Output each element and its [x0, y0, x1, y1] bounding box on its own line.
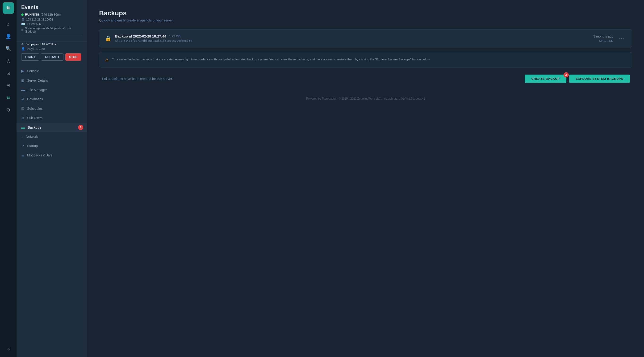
sidebar-header: Events RUNNING (54d 12h 30m) 🖥 168.119.2…	[16, 0, 87, 42]
backup-count-text: 1 of 3 backups have been created for thi…	[102, 77, 173, 81]
console-icon: ▶	[21, 69, 24, 73]
backup-name: Backup at 2022-02-28 18:27:44	[115, 34, 166, 38]
backup-info: Backup at 2022-02-28 18:27:44 1.22 GB sh…	[115, 34, 590, 42]
status-uptime: (54d 12h 30m)	[41, 13, 61, 16]
server-ip: 168.119.28.38:25654	[26, 18, 53, 21]
sidebar-item-server-details[interactable]: ⊞ Server Details	[16, 76, 87, 85]
nav-icon-feed[interactable]: ≋	[2, 92, 14, 103]
jar-info: ⚙ Jar: paper-1.18.2-268.jar	[16, 43, 87, 47]
databases-label: Databases	[27, 97, 43, 101]
schedules-icon: ⊡	[21, 106, 24, 111]
nav-icon-camera[interactable]: ⊡	[2, 68, 14, 79]
info-icon: ⚠	[105, 57, 109, 62]
info-box: ⚠ Your server includes backups that are …	[99, 52, 632, 68]
server-node: Node: eu-ger-mc-bu52.ploxhost.com (Budge…	[25, 27, 82, 33]
nav-icon-support[interactable]: ◎	[2, 55, 14, 66]
create-backup-button[interactable]: CREATE BACKUP 2	[525, 74, 566, 83]
sub-users-label: Sub Users	[27, 116, 42, 120]
sidebar-navigation: ▶ Console ⊞ Server Details ▬ File Manage…	[16, 64, 87, 357]
sidebar: Events RUNNING (54d 12h 30m) 🖥 168.119.2…	[16, 0, 87, 357]
status-label: RUNNING	[25, 13, 40, 16]
lock-icon: 🔒	[105, 36, 111, 42]
create-backup-badge: 2	[564, 72, 569, 78]
logo-symbol: ≋	[6, 5, 10, 11]
action-buttons: CREATE BACKUP 2 EXPLORE SYSTEM BACKUPS	[525, 74, 630, 83]
id-icon: 🪪	[21, 22, 25, 26]
footer: Powered by Pterodactyl - © 2015 - 2022 Z…	[99, 97, 632, 100]
jar-name: Jar: paper-1.18.2-268.jar	[26, 43, 57, 46]
modpacks-icon: ≣	[21, 153, 24, 158]
sub-users-icon: ⊕	[21, 116, 24, 120]
node-icon: ≡	[21, 28, 23, 32]
sidebar-item-modpacks[interactable]: ≣ Modpacks & Jars	[16, 150, 87, 160]
file-manager-label: File Manager	[28, 88, 47, 92]
server-ip-row: 🖥 168.119.28.38:25654	[21, 18, 82, 21]
gear-icon: ⚙	[21, 43, 24, 46]
sidebar-item-sub-users[interactable]: ⊕ Sub Users	[16, 113, 87, 123]
info-text: Your server includes backups that are cr…	[112, 57, 430, 62]
sidebar-item-file-manager[interactable]: ▬ File Manager	[16, 85, 87, 94]
server-title: Events	[21, 4, 82, 10]
sidebar-item-console[interactable]: ▶ Console	[16, 66, 87, 76]
sidebar-item-network[interactable]: ↕ Backups Network	[16, 132, 87, 141]
server-details-icon: ⊞	[21, 78, 24, 82]
nav-icon-logout[interactable]: ⇥	[2, 343, 14, 355]
start-button[interactable]: START	[21, 53, 39, 61]
status-indicator	[21, 14, 24, 16]
console-label: Console	[27, 69, 39, 73]
backup-meta: 3 months ago CREATED	[593, 34, 613, 42]
backup-status: CREATED	[599, 39, 614, 42]
backups-icon: ▬	[21, 125, 25, 129]
backup-hash: sha1:514c4f0b7346bf868aaaf21f51eccc704d0…	[115, 39, 590, 42]
backup-card: 🔒 Backup at 2022-02-28 18:27:44 1.22 GB …	[99, 29, 632, 48]
modpacks-label: Modpacks & Jars	[27, 153, 52, 157]
startup-icon: ↗	[21, 144, 24, 148]
sidebar-item-backups[interactable]: ▬ Backups 1	[16, 123, 87, 132]
icon-navigation: ≋ ⌂ 👤 🔍 ◎ ⊡ ⊟ ≋ ⚙ ⇥	[0, 0, 16, 357]
app-logo[interactable]: ≋	[2, 2, 14, 14]
nav-icon-user[interactable]: 👤	[2, 31, 14, 42]
restart-button[interactable]: RESTART	[41, 53, 63, 61]
stop-button[interactable]: STOP	[65, 53, 81, 61]
players-info: 👤 Players: 0/20	[16, 47, 87, 53]
nav-icon-book[interactable]: ⊟	[2, 80, 14, 91]
server-node-row: ≡ Node: eu-ger-mc-bu52.ploxhost.com (Bud…	[21, 27, 82, 33]
server-id: ID: eb868b81	[27, 22, 44, 26]
players-count: Players: 0/20	[27, 47, 45, 50]
server-id-row: 🪪 ID: eb868b81	[21, 22, 82, 26]
server-status: RUNNING (54d 12h 30m)	[21, 13, 82, 16]
page-subtitle: Quickly and easily create snapshots of y…	[99, 18, 632, 22]
main-content: Backups Quickly and easily create snapsh…	[87, 0, 644, 357]
backup-age: 3 months ago	[593, 34, 613, 38]
backup-more-button[interactable]: ···	[617, 35, 626, 42]
nav-icon-home[interactable]: ⌂	[2, 18, 14, 30]
footer-text: Powered by Pterodactyl - © 2015 - 2022 Z…	[306, 97, 425, 100]
schedules-label: Schedules	[27, 107, 42, 110]
nav-icon-search[interactable]: 🔍	[2, 43, 14, 54]
file-manager-icon: ▬	[21, 88, 25, 92]
backup-size: 1.22 GB	[169, 34, 180, 38]
network-label-text: Network	[26, 135, 38, 138]
sidebar-item-schedules[interactable]: ⊡ Schedules	[16, 104, 87, 113]
backup-title-row: Backup at 2022-02-28 18:27:44 1.22 GB	[115, 34, 590, 38]
databases-icon: ⊗	[21, 97, 24, 101]
player-icon: 👤	[21, 47, 25, 50]
page-title: Backups	[99, 10, 632, 17]
server-details-label: Server Details	[27, 78, 48, 82]
sidebar-item-databases[interactable]: ⊗ Databases	[16, 94, 87, 104]
nav-icon-settings[interactable]: ⚙	[2, 104, 14, 116]
sidebar-item-startup[interactable]: ↗ Startup	[16, 141, 87, 150]
actions-row: 1 of 3 backups have been created for thi…	[99, 74, 632, 83]
startup-label: Startup	[27, 144, 38, 148]
server-actions: START RESTART STOP	[16, 53, 87, 64]
explore-system-backups-button[interactable]: EXPLORE SYSTEM BACKUPS	[569, 74, 630, 83]
network-icon: ↕	[21, 134, 23, 138]
ip-icon: 🖥	[21, 18, 24, 21]
backups-badge: 1	[78, 125, 83, 130]
backups-label: Backups	[28, 126, 41, 129]
